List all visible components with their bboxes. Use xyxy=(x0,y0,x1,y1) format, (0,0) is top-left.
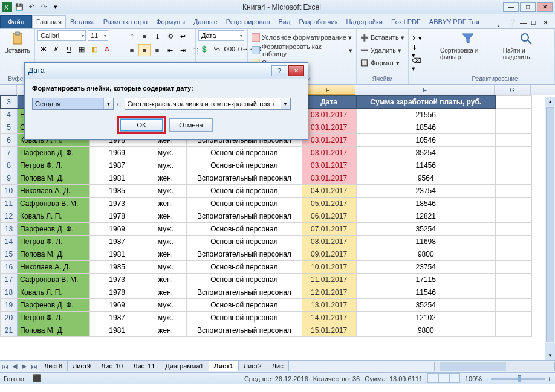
scroll-down-icon[interactable]: ▼ xyxy=(545,350,555,360)
mdi-restore-icon[interactable]: □ xyxy=(531,19,541,28)
cell[interactable]: муж. xyxy=(144,312,187,324)
col-header-G[interactable]: G xyxy=(495,85,531,95)
bold-icon[interactable]: Ж xyxy=(37,43,50,55)
orient-icon[interactable]: ⟲ xyxy=(164,30,176,42)
cell[interactable]: Основной персонал xyxy=(187,223,302,236)
row-header[interactable]: 15 xyxy=(1,248,18,261)
cell[interactable]: 12102 xyxy=(356,312,495,324)
scroll-up-icon[interactable]: ▲ xyxy=(545,97,555,106)
indent-dec-icon[interactable]: ⇤ xyxy=(164,44,176,56)
cell[interactable]: Коваль Л. П. xyxy=(18,210,90,223)
cell[interactable]: жен. xyxy=(144,172,187,185)
font-color-icon[interactable]: A xyxy=(101,43,113,55)
horizontal-scrollbar[interactable] xyxy=(434,362,555,371)
sheet-nav-first-icon[interactable]: ⏮ xyxy=(0,361,10,372)
cell[interactable]: 1981 xyxy=(90,324,144,337)
cell[interactable]: 23754 xyxy=(356,261,495,274)
sheet-tab-Лист2[interactable]: Лист2 xyxy=(238,361,267,371)
cell[interactable]: жен. xyxy=(144,198,187,210)
cell[interactable]: Попова М. Д. xyxy=(18,172,90,185)
zoom-out-icon[interactable]: − xyxy=(484,375,488,382)
ribbon-min-icon[interactable]: ˬ xyxy=(497,19,507,28)
row-header[interactable]: 17 xyxy=(1,274,18,286)
cell[interactable]: 13.01.2017 xyxy=(302,299,356,312)
redo-icon[interactable]: ↷ xyxy=(39,2,48,12)
cell[interactable]: 04.01.2017 xyxy=(302,185,356,198)
format-style-combo[interactable]: Светло-красная заливка и темно-красный т… xyxy=(125,98,291,110)
ribbon-tab-5[interactable]: Рецензирован xyxy=(222,15,274,28)
row-header[interactable]: 7 xyxy=(1,147,18,159)
cell[interactable]: 11698 xyxy=(356,236,495,248)
cell[interactable]: 23754 xyxy=(356,185,495,198)
qat-more-icon[interactable]: ▾ xyxy=(51,2,60,12)
wrap-icon[interactable]: ↩ xyxy=(177,30,189,42)
cell[interactable]: жен. xyxy=(144,248,187,261)
cell[interactable]: 1985 xyxy=(90,261,144,274)
cell[interactable]: жен. xyxy=(144,274,187,286)
cell[interactable]: 1969 xyxy=(90,299,144,312)
cell[interactable] xyxy=(495,261,531,274)
find-select-button[interactable]: Найти и выделить xyxy=(501,30,552,62)
cell[interactable]: жен. xyxy=(144,210,187,223)
zoom-in-icon[interactable]: + xyxy=(548,375,551,382)
cell[interactable]: 1969 xyxy=(90,147,144,159)
cell[interactable]: 03.01.2017 xyxy=(302,134,356,147)
dialog-close-icon[interactable]: ✕ xyxy=(288,65,304,76)
cell[interactable] xyxy=(495,198,531,210)
sheet-tab-Лист9[interactable]: Лист9 xyxy=(67,361,96,371)
row-header[interactable]: 12 xyxy=(1,210,18,223)
undo-icon[interactable]: ↶ xyxy=(27,2,36,12)
ribbon-tab-4[interactable]: Данные xyxy=(189,15,222,28)
row-header[interactable]: 8 xyxy=(1,159,18,172)
cell[interactable]: 1978 xyxy=(90,210,144,223)
cell[interactable] xyxy=(495,185,531,198)
zoom-slider[interactable] xyxy=(491,378,545,380)
row-header[interactable]: 20 xyxy=(1,312,18,324)
cell[interactable]: 18546 xyxy=(356,121,495,134)
cell[interactable]: Вспомогательный персонал xyxy=(187,172,302,185)
cell[interactable]: муж. xyxy=(144,147,187,159)
ribbon-tab-10[interactable]: ABBYY PDF Trar xyxy=(425,15,484,28)
fill-color-icon[interactable]: ◧ xyxy=(88,43,100,55)
cell[interactable]: 06.01.2017 xyxy=(302,210,356,223)
sheet-nav-next-icon[interactable]: ▶ xyxy=(19,361,29,372)
sheet-nav-prev-icon[interactable]: ◀ xyxy=(10,361,19,372)
cell[interactable]: 21556 xyxy=(356,109,495,121)
cell[interactable]: 9800 xyxy=(356,248,495,261)
cell[interactable]: Основной персонал xyxy=(187,147,302,159)
cell[interactable]: 1969 xyxy=(90,223,144,236)
clear-icon[interactable]: ⌫ ▾ xyxy=(411,59,423,71)
font-name-combo[interactable]: Calibri xyxy=(37,30,86,41)
border-icon[interactable]: ▦ xyxy=(76,43,88,55)
cell[interactable]: 03.01.2017 xyxy=(302,109,356,121)
vertical-scrollbar[interactable]: ▲ ▼ xyxy=(545,97,555,360)
cell[interactable]: жен. xyxy=(144,286,187,299)
row-header[interactable]: 6 xyxy=(1,134,18,147)
ribbon-tab-9[interactable]: Foxit PDF xyxy=(387,15,425,28)
ribbon-tab-1[interactable]: Вставка xyxy=(66,15,99,28)
delete-cells-button[interactable]: ➖ Удалить ▾ xyxy=(359,44,403,56)
cell[interactable]: 18546 xyxy=(356,198,495,210)
save-icon[interactable]: 💾 xyxy=(15,2,24,12)
sheet-tab-Лист8[interactable]: Лист8 xyxy=(39,361,68,371)
underline-icon[interactable]: Ч xyxy=(63,43,75,55)
cell[interactable]: муж. xyxy=(144,159,187,172)
cell[interactable]: Николаев А. Д. xyxy=(18,185,90,198)
cell[interactable] xyxy=(495,299,531,312)
currency-icon[interactable]: 💲 xyxy=(198,43,210,55)
cell[interactable]: 1987 xyxy=(90,159,144,172)
cell[interactable] xyxy=(495,172,531,185)
cond-format-button[interactable]: Условное форматирование ▾ xyxy=(250,31,353,43)
cell[interactable]: Основной персонал xyxy=(187,261,302,274)
format-cells-button[interactable]: 🔲 Формат ▾ xyxy=(359,57,401,69)
fill-icon[interactable]: ⬇ ▾ xyxy=(411,45,423,57)
align-mid-icon[interactable]: ≡ xyxy=(138,30,151,42)
cell[interactable]: 35254 xyxy=(356,147,495,159)
cell[interactable]: Основной персонал xyxy=(187,312,302,324)
maximize-button[interactable]: □ xyxy=(520,2,536,12)
cell[interactable]: 09.01.2017 xyxy=(302,248,356,261)
cell[interactable]: 1981 xyxy=(90,248,144,261)
cell[interactable]: Основной персонал xyxy=(187,185,302,198)
cell[interactable]: 11456 xyxy=(356,159,495,172)
cell[interactable]: Попова М. Д. xyxy=(18,324,90,337)
